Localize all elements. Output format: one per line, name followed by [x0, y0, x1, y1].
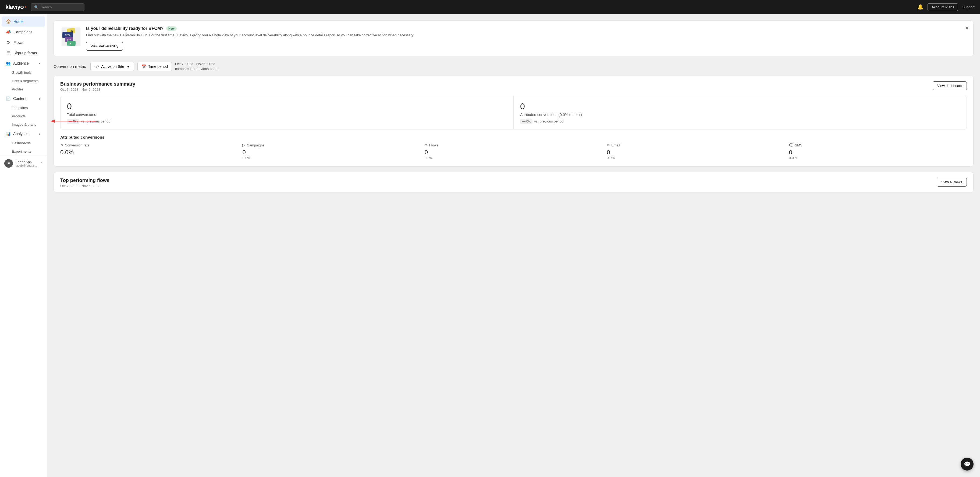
attr-header-campaigns: ▷ Campaigns: [242, 143, 420, 147]
sidebar-sub-profiles[interactable]: Profiles: [0, 85, 47, 93]
sidebar-analytics-label: Analytics: [13, 132, 28, 136]
chat-bubble[interactable]: 💬: [961, 458, 974, 471]
sidebar-sub-images-brand[interactable]: Images & brand: [0, 120, 47, 129]
attr-sms-value: 0: [789, 149, 967, 156]
sidebar-section-analytics[interactable]: 📊 Analytics ▲: [2, 129, 45, 139]
deliverability-banner: 87 1256 634 23 Is your deliverability re…: [54, 21, 974, 56]
sidebar-flows-label: Flows: [13, 40, 24, 45]
attr-sms: 💬 SMS 0 0.0%: [789, 143, 967, 160]
sidebar-sub-dashboards[interactable]: Dashboards: [0, 139, 47, 147]
svg-text:1256: 1256: [65, 34, 70, 37]
sidebar-sub-lists-segments[interactable]: Lists & segments: [0, 77, 47, 85]
attr-sms-pct: 0.0%: [789, 156, 967, 160]
total-vs-label: vs. previous period: [81, 119, 110, 123]
attr-email-pct: 0.0%: [607, 156, 784, 160]
sidebar-section-audience[interactable]: 👥 Audience ▲: [2, 58, 45, 68]
time-period-label: Time period: [148, 64, 168, 69]
sidebar-sub-growth-tools[interactable]: Growth tools: [0, 69, 47, 77]
attr-email: ✉ Email 0 0.0%: [607, 143, 784, 160]
attr-campaigns: ▷ Campaigns 0 0.0%: [242, 143, 420, 160]
performance-title: Business performance summary: [60, 81, 135, 87]
attr-flows-value: 0: [425, 149, 602, 156]
attributed-conversions-change: 0% vs. previous period: [520, 119, 960, 124]
attr-email-label: Email: [611, 143, 620, 147]
active-on-site-label: Active on Site: [101, 64, 124, 69]
attr-header-flows: ⟳ Flows: [425, 143, 602, 147]
attr-rate-label: Conversion rate: [65, 143, 89, 147]
attr-campaigns-pct: 0.0%: [242, 156, 420, 160]
logo-dot: ·: [25, 3, 27, 11]
sidebar-item-flows[interactable]: ⟳ Flows: [2, 37, 45, 48]
chat-icon: 💬: [964, 461, 970, 467]
sidebar-item-signup-forms[interactable]: ☰ Sign-up forms: [2, 48, 45, 58]
code-icon: </>: [94, 65, 99, 69]
total-conversions-cell: 0 Total conversions 0% vs. previous peri…: [60, 96, 514, 129]
total-conversions-value: 0: [67, 102, 507, 112]
view-deliverability-button[interactable]: View deliverability: [86, 42, 123, 51]
dropdown-chevron: ▼: [126, 64, 130, 69]
date-range: Oct 7, 2023 - Nov 6, 2023: [175, 62, 220, 67]
attributed-conversions-label: Attributed conversions (0.0% of total): [520, 113, 960, 117]
top-flows-card: Top performing flows Oct 7, 2023 - Nov 6…: [54, 172, 974, 193]
new-badge: New: [166, 26, 177, 31]
top-flows-header: Top performing flows Oct 7, 2023 - Nov 6…: [54, 172, 973, 192]
time-period-button[interactable]: 📅 Time period: [137, 62, 172, 71]
attr-dash-line: [522, 121, 525, 122]
attr-pct: 0%: [526, 120, 531, 123]
banner-close-button[interactable]: ✕: [965, 25, 969, 31]
attr-header-rate: ↻ Conversion rate: [60, 143, 238, 147]
attr-header-sms: 💬 SMS: [789, 143, 967, 147]
svg-text:23: 23: [68, 42, 71, 45]
sidebar-sub-templates[interactable]: Templates: [0, 104, 47, 112]
content-chevron: ▲: [38, 97, 41, 100]
sms-attr-icon: 💬: [789, 143, 793, 147]
search-input[interactable]: [41, 5, 81, 9]
analytics-section-left: 📊 Analytics: [6, 132, 28, 136]
top-flows-title: Top performing flows: [60, 178, 110, 183]
attr-email-value: 0: [607, 149, 784, 156]
svg-text:634: 634: [67, 38, 71, 41]
search-bar[interactable]: 🔍: [31, 3, 84, 11]
support-link[interactable]: Support: [962, 5, 975, 9]
main-content: 87 1256 634 23 Is your deliverability re…: [47, 14, 980, 477]
banner-body: Is your deliverability ready for BFCM? N…: [86, 26, 967, 51]
top-flows-subtitle: Oct 7, 2023 - Nov 6, 2023: [60, 184, 110, 188]
date-range-text: Oct 7, 2023 - Nov 6, 2023 compared to pr…: [175, 62, 220, 71]
metric-dropdown[interactable]: </> Active on Site ▼: [91, 62, 134, 71]
calendar-icon: 📅: [142, 64, 146, 69]
date-compared: compared to previous period: [175, 67, 220, 71]
attr-campaigns-label: Campaigns: [247, 143, 264, 147]
audience-icon: 👥: [6, 61, 11, 65]
main-layout: 🏠 Home 📣 Campaigns ⟳ Flows ☰ Sign-up for…: [0, 14, 980, 477]
view-all-flows-button[interactable]: View all flows: [937, 178, 967, 187]
sidebar-sub-products[interactable]: Products: [0, 112, 47, 120]
avatar: F: [4, 159, 13, 168]
analytics-icon: 📊: [6, 132, 11, 136]
total-change-badge: 0%: [67, 119, 80, 124]
footer-chevron[interactable]: ⌃: [40, 162, 43, 165]
performance-card: Business performance summary Oct 7, 2023…: [54, 76, 974, 167]
attr-header-email: ✉ Email: [607, 143, 784, 147]
account-plans-button[interactable]: Account Plans: [928, 3, 958, 11]
conversion-metric-label: Conversion metric: [54, 64, 86, 69]
view-dashboard-button[interactable]: View dashboard: [933, 81, 967, 90]
sidebar-sub-experiments[interactable]: Experiments: [0, 147, 47, 156]
sidebar-content-label: Content: [13, 96, 26, 101]
campaigns-attr-icon: ▷: [242, 143, 245, 147]
footer-info: Feedr ApS jacob@feedr.c...: [16, 160, 37, 167]
banner-description: Find out with the new Deliverability Hub…: [86, 33, 967, 38]
sidebar-footer: F Feedr ApS jacob@feedr.c... ⌃: [0, 156, 47, 171]
sidebar-item-home[interactable]: 🏠 Home: [2, 16, 45, 27]
attributed-section-title: Attributed conversions: [60, 135, 967, 139]
logo[interactable]: klaviyo·: [5, 3, 26, 11]
analytics-chevron: ▲: [38, 132, 41, 136]
signup-forms-icon: ☰: [6, 51, 11, 56]
sidebar-item-campaigns[interactable]: 📣 Campaigns: [2, 27, 45, 37]
performance-card-titles: Business performance summary Oct 7, 2023…: [60, 81, 135, 91]
bell-icon[interactable]: 🔔: [917, 4, 923, 10]
email-attr-icon: ✉: [607, 143, 610, 147]
sidebar-section-content[interactable]: 📄 Content ▲: [2, 94, 45, 104]
conversion-rate-icon: ↻: [60, 143, 63, 147]
flows-icon: ⟳: [6, 40, 11, 45]
total-pct: 0%: [73, 120, 78, 123]
